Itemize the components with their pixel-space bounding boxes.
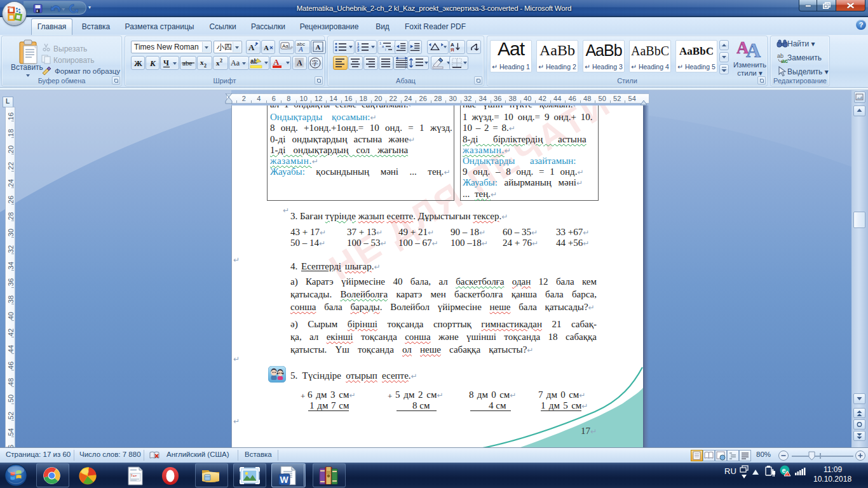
svg-text:A: A [264,44,269,51]
svg-text:3: 3 [357,48,360,52]
svg-text:К: К [149,58,156,68]
svg-text:a: a [382,44,384,48]
svg-text:A: A [298,45,303,53]
svg-text:字: 字 [312,60,318,67]
svg-text:2: 2 [220,58,222,64]
svg-text:9▲▸: 9▲▸ [131,474,137,477]
svg-text:Aa: Aa [231,58,240,67]
svg-text:!: ! [787,471,788,476]
svg-text:Я: Я [451,47,454,53]
svg-text:A: A [273,57,280,67]
svg-text:A: A [297,58,302,67]
svg-text:A: A [248,43,255,52]
svg-text:2: 2 [204,63,207,69]
svg-text:Ж: Ж [134,58,142,68]
svg-text:1: 1 [379,41,381,45]
svg-text:A: A [746,39,761,59]
svg-text:e: e [782,466,786,474]
svg-text:Ч: Ч [163,58,169,67]
svg-text:A: A [316,43,321,51]
svg-text:i: i [385,48,386,51]
svg-text:W: W [280,475,289,485]
